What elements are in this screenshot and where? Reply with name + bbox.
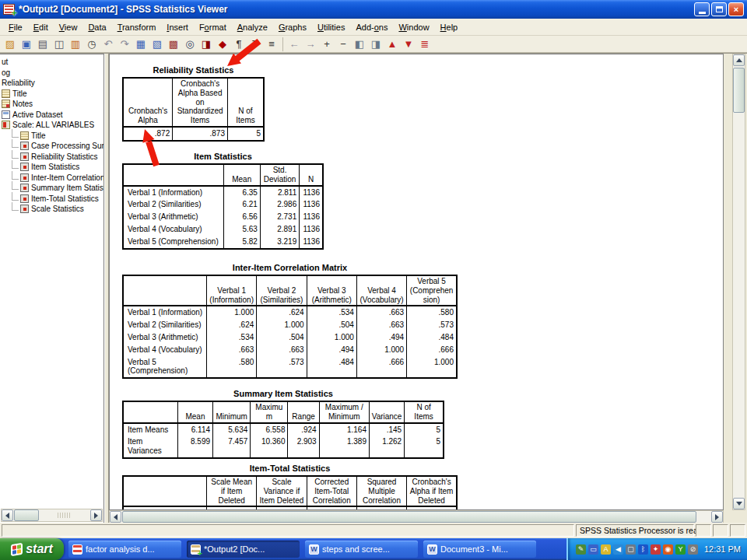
cell: .580 [207, 356, 257, 379]
output-hscroll-thumb[interactable] [122, 511, 696, 523]
find-icon[interactable]: ◎ [182, 37, 198, 52]
table-row: Verbal 2 (Similarities).6241.000.504.663… [123, 319, 457, 331]
system-tray: ✎▭A◀▢ᛒ✦◉Y⊘ 12:31 PM [566, 538, 747, 560]
menu-insert[interactable]: Insert [161, 20, 194, 34]
safely-remove-icon[interactable]: ⊘ [688, 544, 698, 555]
pen-input-icon[interactable]: ✎ [576, 544, 586, 555]
menu-edit[interactable]: Edit [28, 20, 54, 34]
insert-heading-icon[interactable]: ¶ [231, 37, 247, 52]
select-last-output-icon[interactable]: ◨ [198, 37, 214, 52]
ime-language-icon[interactable]: A [601, 544, 611, 555]
display-monitor-icon[interactable]: ▢ [626, 544, 636, 555]
outline-item-label: Reliability [2, 79, 35, 87]
restore-button[interactable] [711, 2, 727, 16]
menu-add-ons[interactable]: Add-ons [350, 20, 393, 34]
word-icon: W [427, 544, 437, 555]
output-document[interactable]: Reliability StatisticsCronbach's AlphaCr… [109, 54, 724, 510]
column-header: Range [288, 401, 319, 423]
demote-item-icon[interactable]: ▼ [401, 37, 416, 52]
tree-branch-icon [12, 192, 19, 201]
outline-item-label: Summary Item Statistics [31, 184, 104, 192]
previous-output-icon[interactable]: ← [286, 37, 302, 52]
save-icon[interactable]: ▣ [19, 37, 34, 52]
column-header: Verbal 3 (Arithmetic) [307, 275, 356, 306]
promote-item-icon[interactable]: ▲ [384, 37, 400, 52]
scroll-down-icon[interactable] [733, 498, 745, 509]
insert-text-icon[interactable]: ≡ [264, 37, 279, 52]
minimize-button[interactable] [694, 2, 710, 16]
scroll-right-icon[interactable] [711, 511, 723, 523]
menu-format[interactable]: Format [194, 20, 232, 34]
menu-data[interactable]: Data [82, 20, 111, 34]
scroll-right-icon[interactable] [90, 509, 102, 521]
redo-icon[interactable]: ↷ [117, 37, 132, 52]
menu-analyze[interactable]: Analyze [232, 20, 273, 34]
antivirus-icon[interactable]: ◉ [663, 544, 673, 555]
export-icon[interactable]: ▥ [68, 37, 83, 52]
scroll-left-icon[interactable] [110, 511, 121, 523]
open-icon[interactable]: ▨ [2, 37, 18, 52]
undo-icon[interactable]: ↶ [100, 37, 116, 52]
variables-icon[interactable]: ▩ [166, 37, 181, 52]
row-label: Verbal 1 (Information) [123, 186, 223, 199]
taskbar-button-output2-doc[interactable]: *Output2 [Doc... [187, 541, 300, 558]
print-preview-icon[interactable]: ◫ [51, 37, 67, 52]
table-row: Item Means6.1145.6346.558.9241.164.1455 [123, 423, 444, 436]
output-table-summary-item-statistics: Summary Item StatisticsMeanMinimumMaximu… [122, 389, 444, 459]
output-vscroll-thumb[interactable] [733, 68, 745, 113]
outline-item-ut[interactable]: ut [0, 57, 103, 68]
outline-item-og[interactable]: og [0, 68, 103, 79]
outline-item-notes[interactable]: Notes [0, 99, 103, 110]
toolbar: ▨▣▤◫▥◷↶↷▦▧▩◎◨◆¶T≡←→+−◧◨▲▼≣ [0, 36, 747, 53]
output-vscrollbar[interactable] [732, 54, 745, 510]
row-label: Verbal 5 (Comprehension) [123, 236, 223, 249]
taskbar-button-steps-and-scree[interactable]: Wsteps and scree... [305, 541, 418, 558]
tablet-icon[interactable]: ▭ [588, 544, 598, 555]
insert-title-icon[interactable]: T [247, 37, 263, 52]
outline-item-title[interactable]: Title [0, 89, 103, 100]
messenger-icon[interactable]: ✦ [651, 544, 661, 555]
cell: 5.82 [223, 236, 260, 249]
print-icon[interactable]: ▤ [35, 37, 51, 52]
expand-outline-icon[interactable]: + [319, 37, 335, 52]
outline-item-reliability[interactable]: Reliability [0, 78, 103, 89]
workspace: utogReliabilityTitleNotesActive DatasetS… [0, 53, 747, 523]
show-output-icon[interactable]: ◧ [352, 37, 367, 52]
start-button[interactable]: start [0, 538, 64, 560]
column-header: Verbal 5 (Comprehension) [407, 275, 457, 306]
goto-case-icon[interactable]: ▧ [149, 37, 165, 52]
close-button[interactable]: × [728, 2, 744, 16]
menu-utilities[interactable]: Utilities [312, 20, 350, 34]
outline-item-active-dataset[interactable]: Active Dataset [0, 110, 103, 121]
menu-graphs[interactable]: Graphs [273, 20, 312, 34]
output-hscrollbar[interactable] [109, 510, 724, 523]
taskbar-button-factor-analysis-d[interactable]: factor analysis d... [68, 541, 181, 558]
collapse-tray-icon[interactable]: ◀ [613, 544, 623, 555]
outline-hscroll-thumb[interactable] [14, 509, 39, 521]
menu-transform[interactable]: Transform [112, 20, 162, 34]
status-cell-empty [2, 524, 574, 537]
outline-item-scale-statistics[interactable]: Scale Statistics [0, 204, 103, 215]
goto-data-icon[interactable]: ▦ [133, 37, 149, 52]
dialog-recall-icon[interactable]: ◷ [84, 37, 100, 52]
menu-file[interactable]: File [3, 20, 28, 34]
cell: .573 [407, 319, 457, 331]
designate-window-icon[interactable]: ◆ [215, 37, 230, 52]
hide-output-icon[interactable]: ◨ [368, 37, 384, 52]
table-title: Item-Total Statistics [122, 464, 458, 473]
scroll-left-icon[interactable] [2, 509, 13, 521]
outline-size-icon[interactable]: ≣ [417, 37, 433, 52]
menu-view[interactable]: View [54, 20, 83, 34]
scroll-up-icon[interactable] [733, 54, 745, 66]
cell: 5 [405, 436, 444, 458]
menu-window[interactable]: Window [393, 20, 434, 34]
outline-hscrollbar[interactable] [1, 509, 103, 522]
row-label: Verbal 2 (Similarities) [123, 198, 223, 211]
next-output-icon[interactable]: → [303, 37, 318, 52]
wireless-network-icon[interactable]: Y [675, 544, 686, 555]
bluetooth-icon[interactable]: ᛒ [638, 544, 648, 555]
menu-help[interactable]: Help [435, 20, 464, 34]
taskbar-button-document3-mi[interactable]: WDocument3 - Mi... [423, 541, 536, 558]
collapse-outline-icon[interactable]: − [335, 37, 351, 52]
taskbar-button-label: factor analysis d... [86, 544, 155, 554]
